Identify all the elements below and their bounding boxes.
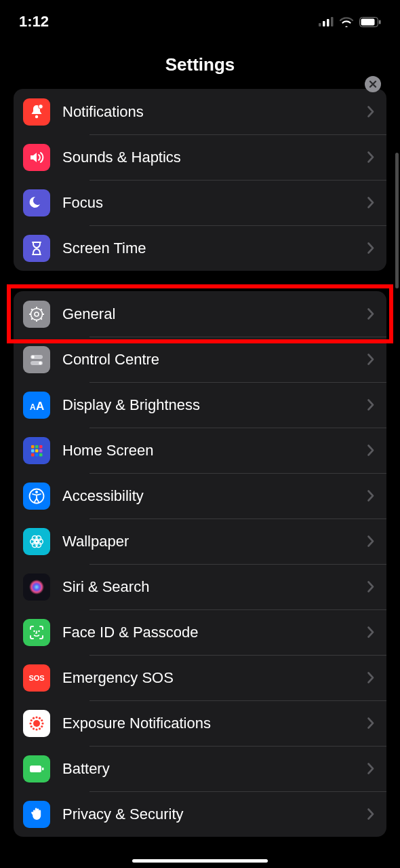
svg-point-20 bbox=[31, 355, 35, 358]
status-icons bbox=[319, 16, 381, 27]
svg-rect-29 bbox=[35, 449, 39, 453]
settings-row-general[interactable]: General bbox=[14, 291, 386, 337]
svg-text:A: A bbox=[36, 400, 44, 413]
home-indicator[interactable] bbox=[132, 859, 268, 863]
settings-group: GeneralControl CentreAADisplay & Brightn… bbox=[14, 291, 386, 837]
svg-point-22 bbox=[39, 361, 42, 364]
settings-row-screen-time[interactable]: Screen Time bbox=[14, 225, 386, 271]
svg-point-43 bbox=[29, 580, 44, 595]
settings-row-accessibility[interactable]: Accessibility bbox=[14, 473, 386, 518]
row-label: Home Screen bbox=[62, 442, 367, 459]
sos-icon: SOS bbox=[23, 664, 50, 692]
settings-row-display-brightness[interactable]: AADisplay & Brightness bbox=[14, 382, 386, 428]
row-label: Face ID & Passcode bbox=[62, 624, 367, 641]
speaker-icon bbox=[23, 144, 50, 171]
svg-line-12 bbox=[41, 318, 42, 320]
battery-icon bbox=[359, 17, 381, 27]
row-label: Control Centre bbox=[62, 351, 367, 369]
chevron-right-icon bbox=[367, 808, 374, 820]
chevron-right-icon bbox=[367, 242, 374, 254]
chevron-right-icon bbox=[367, 308, 374, 320]
apps-grid-icon bbox=[23, 437, 50, 464]
moon-icon bbox=[23, 189, 50, 216]
chevron-right-icon bbox=[367, 717, 374, 729]
svg-line-16 bbox=[31, 309, 33, 310]
settings-header: Settings bbox=[0, 37, 400, 89]
wifi-icon bbox=[339, 16, 354, 27]
settings-row-control-centre[interactable]: Control Centre bbox=[14, 337, 386, 382]
settings-row-sounds-haptics[interactable]: Sounds & Haptics bbox=[14, 134, 386, 180]
svg-rect-1 bbox=[323, 21, 325, 26]
chevron-right-icon bbox=[367, 445, 374, 456]
settings-row-emergency-sos[interactable]: SOSEmergency SOS bbox=[14, 655, 386, 700]
battery-icon bbox=[23, 755, 50, 782]
chevron-right-icon bbox=[367, 354, 374, 365]
row-label: Display & Brightness bbox=[62, 396, 367, 414]
svg-point-9 bbox=[31, 308, 43, 320]
svg-point-47 bbox=[33, 720, 40, 727]
svg-point-10 bbox=[35, 312, 39, 316]
chevron-right-icon bbox=[367, 399, 374, 411]
svg-rect-32 bbox=[35, 453, 39, 457]
chevron-right-icon bbox=[367, 763, 374, 774]
svg-line-14 bbox=[31, 318, 33, 320]
status-time: 1:12 bbox=[19, 13, 49, 31]
svg-rect-0 bbox=[319, 23, 321, 26]
chevron-right-icon bbox=[367, 581, 374, 592]
svg-point-45 bbox=[38, 630, 40, 632]
settings-row-wallpaper[interactable]: Wallpaper bbox=[14, 518, 386, 564]
svg-rect-31 bbox=[31, 453, 35, 457]
settings-row-exposure-notifications[interactable]: Exposure Notifications bbox=[14, 700, 386, 746]
svg-rect-60 bbox=[30, 766, 41, 772]
settings-row-privacy-security[interactable]: Privacy & Security bbox=[14, 791, 386, 837]
exposure-icon bbox=[23, 710, 50, 737]
svg-line-18 bbox=[41, 309, 42, 310]
accessibility-icon bbox=[23, 483, 50, 510]
hand-icon bbox=[23, 801, 50, 828]
row-label: Notifications bbox=[62, 103, 367, 121]
svg-point-51 bbox=[35, 728, 37, 730]
svg-point-59 bbox=[41, 719, 43, 721]
hourglass-icon bbox=[23, 235, 50, 262]
settings-group: NotificationsSounds & HapticsFocusScreen… bbox=[14, 89, 386, 271]
svg-rect-2 bbox=[327, 19, 329, 26]
svg-rect-6 bbox=[379, 20, 381, 24]
svg-rect-33 bbox=[39, 453, 43, 457]
svg-rect-25 bbox=[31, 445, 35, 449]
svg-rect-30 bbox=[39, 449, 43, 453]
svg-point-49 bbox=[41, 725, 43, 727]
row-label: Sounds & Haptics bbox=[62, 149, 367, 166]
svg-rect-5 bbox=[361, 18, 375, 25]
settings-row-home-screen[interactable]: Home Screen bbox=[14, 428, 386, 473]
settings-row-face-id-passcode[interactable]: Face ID & Passcode bbox=[14, 609, 386, 655]
svg-point-7 bbox=[35, 115, 38, 117]
bell-badge-icon bbox=[23, 98, 50, 126]
gear-icon bbox=[23, 301, 50, 328]
svg-text:SOS: SOS bbox=[28, 674, 44, 682]
page-title: Settings bbox=[0, 54, 400, 75]
switches-icon bbox=[23, 346, 50, 373]
svg-point-52 bbox=[33, 728, 35, 730]
svg-point-55 bbox=[31, 719, 33, 721]
svg-point-50 bbox=[39, 728, 41, 730]
settings-row-battery[interactable]: Battery bbox=[14, 746, 386, 791]
svg-point-54 bbox=[29, 722, 31, 724]
settings-row-notifications[interactable]: Notifications bbox=[14, 89, 386, 134]
chevron-right-icon bbox=[367, 151, 374, 163]
svg-rect-3 bbox=[331, 17, 334, 26]
settings-row-siri-search[interactable]: Siri & Search bbox=[14, 564, 386, 609]
svg-point-53 bbox=[31, 725, 33, 727]
row-label: Privacy & Security bbox=[62, 806, 367, 823]
row-label: Emergency SOS bbox=[62, 669, 367, 687]
siri-icon bbox=[23, 573, 50, 601]
faceid-icon bbox=[23, 619, 50, 646]
flower-icon bbox=[23, 528, 50, 555]
svg-point-48 bbox=[41, 722, 43, 724]
svg-text:A: A bbox=[30, 402, 36, 412]
scroll-indicator[interactable] bbox=[395, 153, 399, 288]
row-label: General bbox=[62, 305, 367, 323]
row-label: Screen Time bbox=[62, 240, 367, 257]
cellular-signal-icon bbox=[319, 17, 334, 26]
row-label: Focus bbox=[62, 194, 367, 212]
settings-row-focus[interactable]: Focus bbox=[14, 180, 386, 225]
